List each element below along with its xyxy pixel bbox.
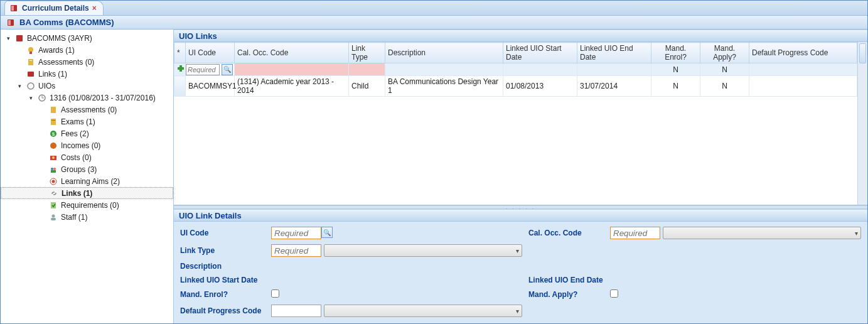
tree-label: Assessments (0): [61, 105, 117, 114]
col-cal-occ[interactable]: Cal. Occ. Code: [235, 43, 349, 63]
vertical-scrollbar[interactable]: [857, 42, 867, 205]
add-row-icon[interactable]: [174, 63, 186, 76]
tree-node-assessments[interactable]: Assessments (0): [1, 56, 173, 68]
tree-label: Awards (1): [38, 46, 75, 55]
tab-strip: Curriculum Details ×: [1, 1, 867, 16]
tree-node-uio-incomes[interactable]: Incomes (0): [1, 139, 173, 151]
svg-point-22: [51, 168, 53, 170]
col-prog-code[interactable]: Default Progress Code: [749, 43, 857, 63]
book-icon: [14, 33, 24, 43]
clock-icon: [37, 93, 47, 103]
field-prog-code[interactable]: [271, 305, 321, 317]
lookup-icon[interactable]: 🔍: [321, 227, 333, 238]
tree-node-uio-exams[interactable]: Exams (1): [1, 116, 173, 127]
tree-label: Staff (1): [61, 213, 87, 222]
col-start[interactable]: Linked UIO Start Date: [503, 43, 577, 63]
tree-node-uio-costs[interactable]: Costs (0): [1, 151, 173, 163]
tree-node-bacomms[interactable]: ▾ BACOMMS (3AYR): [1, 32, 173, 44]
new-cal-occ-cell[interactable]: [235, 63, 349, 76]
cell-cal-occ[interactable]: (1314) Academic year 2013 - 2014: [235, 76, 349, 97]
svg-point-19: [50, 143, 56, 149]
svg-rect-24: [51, 170, 56, 173]
cell-start[interactable]: 01/08/2013: [503, 76, 577, 97]
tree-label: BACOMMS (3AYR): [27, 34, 92, 43]
cell-end[interactable]: 31/07/2014: [577, 76, 651, 97]
tree-label: UIOs: [38, 82, 55, 90]
svg-rect-29: [51, 218, 56, 220]
tree-node-uio-groups[interactable]: Groups (3): [1, 163, 173, 175]
combo-prog-code[interactable]: [324, 305, 522, 317]
tree-node-uio-fees[interactable]: $ Fees (2): [1, 127, 173, 139]
combo-cal-occ[interactable]: [663, 227, 861, 239]
col-description[interactable]: Description: [385, 43, 503, 63]
tree-node-uio-requirements[interactable]: Requirements (0): [1, 199, 173, 211]
tree-node-uio-learning-aims[interactable]: Learning Aims (2): [1, 175, 173, 187]
cell-link-type[interactable]: Child: [349, 76, 385, 97]
link-icon: [49, 188, 59, 198]
new-end-cell[interactable]: [577, 63, 651, 76]
expander-icon[interactable]: ▾: [16, 82, 23, 90]
costs-icon: [48, 153, 58, 163]
col-end[interactable]: Linked UIO End Date: [577, 43, 651, 63]
field-ui-code[interactable]: [271, 227, 321, 239]
combo-link-type[interactable]: [324, 244, 522, 257]
award-icon: [26, 45, 36, 55]
requirements-icon: [48, 200, 58, 210]
new-link-type-cell[interactable]: [349, 63, 385, 76]
tree-node-links[interactable]: Links (1): [1, 68, 173, 80]
grid-new-row[interactable]: 🔍 N N: [174, 63, 857, 76]
col-rowmark[interactable]: *: [174, 43, 186, 63]
tree-node-uios[interactable]: ▾ UIOs: [1, 80, 173, 92]
svg-rect-6: [29, 51, 32, 54]
tree-node-uio-assessments[interactable]: Assessments (0): [1, 104, 173, 116]
field-cal-occ[interactable]: [610, 227, 660, 239]
field-link-type[interactable]: [271, 244, 321, 257]
svg-point-21: [52, 156, 55, 159]
cell-prog-code[interactable]: [749, 76, 857, 97]
new-mand-apply-cell[interactable]: N: [700, 63, 749, 76]
new-prog-code-cell[interactable]: [749, 63, 857, 76]
tree-label: Costs (0): [61, 153, 92, 162]
close-icon[interactable]: ×: [92, 4, 97, 13]
new-description-cell[interactable]: [385, 63, 503, 76]
tree-panel: ▾ BACOMMS (3AYR) Awards (1) Assessments …: [1, 30, 174, 323]
checkbox-mand-apply[interactable]: [610, 289, 618, 298]
tree-node-awards[interactable]: Awards (1): [1, 44, 173, 56]
target-icon: [48, 176, 58, 186]
col-ui-code[interactable]: UI Code: [186, 43, 235, 63]
svg-rect-15: [51, 119, 56, 125]
checkbox-mand-enrol[interactable]: [271, 289, 279, 298]
cell-mand-apply[interactable]: N: [700, 76, 749, 97]
new-start-cell[interactable]: [503, 63, 577, 76]
grid-row[interactable]: BACOMMSY1 (1314) Academic year 2013 - 20…: [174, 76, 857, 97]
tree-label: Groups (3): [61, 165, 97, 174]
cell-mand-enrol[interactable]: N: [651, 76, 700, 97]
label-mand-apply: Mand. Apply?: [528, 290, 604, 299]
row-handle[interactable]: [174, 76, 186, 97]
tree-label: 1316 (01/08/2013 - 31/07/2016): [50, 94, 156, 102]
cell-ui-code[interactable]: BACOMMSY1: [186, 76, 235, 97]
cell-description[interactable]: BA Communications Design Year 1: [385, 76, 503, 97]
svg-rect-14: [51, 107, 56, 113]
col-mand-apply[interactable]: Mand. Apply?: [700, 43, 749, 63]
label-ui-code: UI Code: [180, 229, 265, 237]
income-icon: [48, 141, 58, 151]
svg-point-5: [28, 47, 33, 52]
label-link-type: Link Type: [180, 246, 265, 255]
col-mand-enrol[interactable]: Mand. Enrol?: [651, 43, 700, 63]
expander-icon[interactable]: ▾: [27, 94, 35, 102]
tree-label: Exams (1): [61, 117, 95, 126]
svg-rect-8: [29, 60, 32, 61]
tree-node-1316[interactable]: ▾ 1316 (01/08/2013 - 31/07/2016): [1, 92, 173, 104]
tree-node-uio-links[interactable]: Links (1): [1, 187, 173, 199]
tree-label: Assessments (0): [38, 58, 94, 67]
new-ui-code-input[interactable]: [186, 64, 220, 75]
tab-curriculum-details[interactable]: Curriculum Details ×: [4, 1, 104, 15]
svg-text:$: $: [52, 131, 55, 137]
new-mand-enrol-cell[interactable]: N: [651, 63, 700, 76]
lookup-icon[interactable]: 🔍: [222, 64, 233, 75]
expander-icon[interactable]: ▾: [4, 35, 12, 42]
col-link-type[interactable]: Link Type: [349, 43, 385, 63]
svg-rect-16: [51, 120, 55, 121]
tree-node-uio-staff[interactable]: Staff (1): [1, 211, 173, 223]
